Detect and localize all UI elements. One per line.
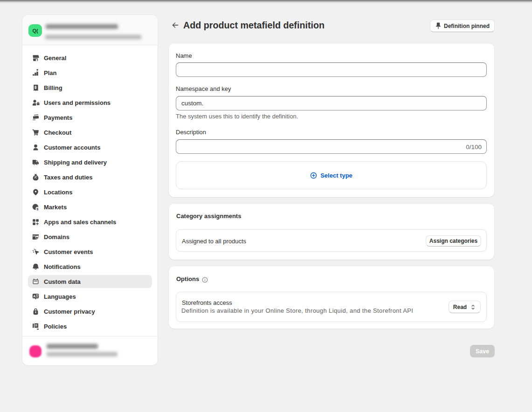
svg-text:A: A — [33, 294, 35, 297]
